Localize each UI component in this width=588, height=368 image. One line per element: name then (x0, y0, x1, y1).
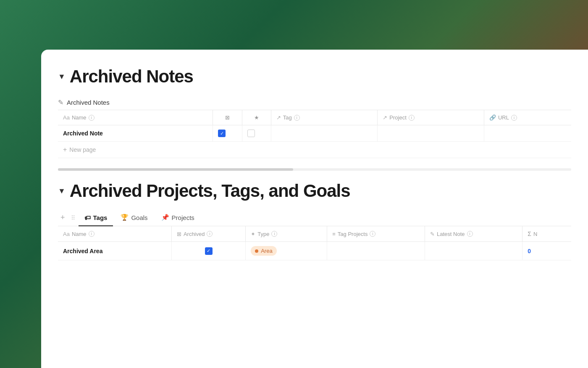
col-label-project: Project (389, 114, 406, 121)
tags-table: Aa Name i ⊠ Archived i (58, 226, 571, 260)
cell-area-count: 0 (522, 242, 571, 260)
section-title-row: ▼ Archived Notes (58, 66, 571, 87)
col-info-name[interactable]: i (89, 115, 94, 121)
col2-icon-aa: Aa (63, 231, 70, 237)
col2-header-tagprojects: ≡ Tag Projects i (327, 226, 425, 242)
cell-url (484, 125, 571, 142)
col2-header-latestnote: ✎ Latest Note i (425, 226, 522, 242)
col-header-tag: ↗ Tag i (271, 110, 378, 125)
col-label-name: Name (72, 114, 87, 121)
notes-table: Aa Name i ⊠ ★ (58, 110, 571, 158)
section1-title: Archived Notes (70, 66, 193, 87)
section2-title-row: ▼ Archived Projects, Tags, and Goals (58, 181, 571, 201)
tab-projects-icon: 📌 (161, 214, 169, 221)
col2-info-tagprojects[interactable]: i (370, 231, 375, 237)
tab-tags[interactable]: 🏷 Tags (79, 210, 113, 226)
col-header-archived: ⊠ (213, 110, 242, 125)
section2-chevron-icon[interactable]: ▼ (58, 187, 66, 196)
col2-label-type: Type (257, 231, 269, 237)
col2-label-tagprojects: Tag Projects (338, 231, 368, 237)
tags-table-header-row: Aa Name i ⊠ Archived i (58, 226, 571, 242)
cell-star-checkbox[interactable] (242, 125, 271, 142)
col2-icon-sigma: Σ (528, 230, 531, 237)
section1-chevron-icon[interactable]: ▼ (58, 72, 66, 81)
col2-info-name[interactable]: i (89, 231, 94, 237)
col2-icon-type: ✦ (251, 231, 255, 237)
col2-icon-archived: ⊠ (177, 231, 181, 237)
new-page-label: New page (69, 146, 96, 153)
col2-label-count: N (533, 231, 537, 237)
tab-tags-icon: 🏷 (84, 214, 91, 221)
col-header-star: ★ (242, 110, 271, 125)
scrollbar-thumb[interactable] (58, 168, 293, 171)
col2-label-archived: Archived (184, 231, 205, 237)
table-row: Archived Area ✓ Area (58, 242, 571, 260)
type-badge-area: Area (251, 246, 276, 256)
star-checkbox-empty[interactable] (247, 130, 255, 137)
col-label-url: URL (498, 114, 509, 121)
col-label-tag: Tag (283, 114, 292, 121)
tab-tags-label: Tags (93, 214, 108, 221)
col-info-tag[interactable]: i (294, 115, 300, 121)
cell-area-tagprojects (327, 242, 425, 260)
col-icon-star: ★ (254, 114, 259, 121)
col2-header-type: ✦ Type i (246, 226, 327, 242)
tab-goals-label: Goals (131, 214, 147, 221)
col-icon-project-arrow: ↗ (383, 114, 387, 121)
view-edit-icon: ✎ (58, 98, 63, 106)
col-info-project[interactable]: i (409, 115, 415, 121)
tab-drag-handle[interactable]: ⠿ (69, 211, 77, 225)
col2-icon-latestnote: ✎ (430, 231, 435, 237)
col2-icon-tagprojects: ≡ (332, 231, 336, 237)
archived-checkbox-checked[interactable]: ✓ (218, 130, 226, 137)
cell-archived-checkbox[interactable]: ✓ (213, 125, 242, 142)
view-name[interactable]: Archived Notes (67, 99, 110, 106)
type-dot-icon (255, 249, 258, 253)
section2-title: Archived Projects, Tags, and Goals (70, 181, 350, 201)
col-header-name: Aa Name i (58, 110, 213, 125)
view-header: ✎ Archived Notes (58, 95, 571, 110)
col-icon-archived: ⊠ (225, 114, 230, 121)
tab-projects-label: Projects (172, 214, 194, 221)
table-row: Archived Note ✓ (58, 125, 571, 142)
col-icon-tag-arrow: ↗ (276, 114, 281, 121)
cell-area-latestnote (425, 242, 522, 260)
col-info-url[interactable]: i (511, 115, 517, 121)
cell-area-archived[interactable]: ✓ (171, 242, 245, 260)
col-header-url: 🔗 URL i (484, 110, 571, 125)
scrollbar-area (58, 168, 571, 171)
area-archived-checkbox-checked[interactable]: ✓ (205, 247, 213, 255)
new-page-button[interactable]: + New page (63, 146, 566, 154)
cell-area-type: Area (246, 242, 327, 260)
section-archived-notes: ▼ Archived Notes ✎ Archived Notes Aa Nam… (41, 66, 588, 158)
tab-add-button[interactable]: + (58, 210, 68, 225)
col2-header-archived: ⊠ Archived i (171, 226, 245, 242)
col2-label-latestnote: Latest Note (437, 231, 465, 237)
tab-goals-icon: 🏆 (121, 214, 129, 221)
col-header-project: ↗ Project i (378, 110, 484, 125)
col-icon-aa: Aa (63, 114, 70, 121)
col-icon-url-link: 🔗 (489, 114, 496, 121)
tab-goals[interactable]: 🏆 Goals (115, 209, 153, 226)
col2-info-type[interactable]: i (271, 231, 277, 237)
count-value: 0 (528, 248, 531, 254)
scrollbar-track[interactable] (58, 168, 571, 171)
cell-project (378, 125, 484, 142)
cell-note-name[interactable]: Archived Note (58, 125, 213, 142)
col2-info-archived[interactable]: i (207, 231, 213, 237)
type-label-area: Area (261, 248, 272, 254)
new-page-cell: + New page (58, 142, 571, 158)
cell-tag (271, 125, 378, 142)
col2-info-latestnote[interactable]: i (467, 231, 473, 237)
col2-label-name: Name (72, 231, 87, 237)
col2-header-name: Aa Name i (58, 226, 171, 242)
section-archived-projects: ▼ Archived Projects, Tags, and Goals + ⠿… (41, 181, 588, 260)
tabs-row: + ⠿ 🏷 Tags 🏆 Goals 📌 Projects (58, 209, 571, 226)
new-page-row: + New page (58, 142, 571, 158)
col2-header-count: Σ N (522, 226, 571, 242)
main-panel: ▼ Archived Notes ✎ Archived Notes Aa Nam… (41, 50, 588, 368)
tags-table-wrapper: Aa Name i ⊠ Archived i (58, 226, 571, 260)
cell-area-name[interactable]: Archived Area (58, 242, 171, 260)
notes-table-header-row: Aa Name i ⊠ ★ (58, 110, 571, 125)
tab-projects[interactable]: 📌 Projects (155, 209, 200, 226)
